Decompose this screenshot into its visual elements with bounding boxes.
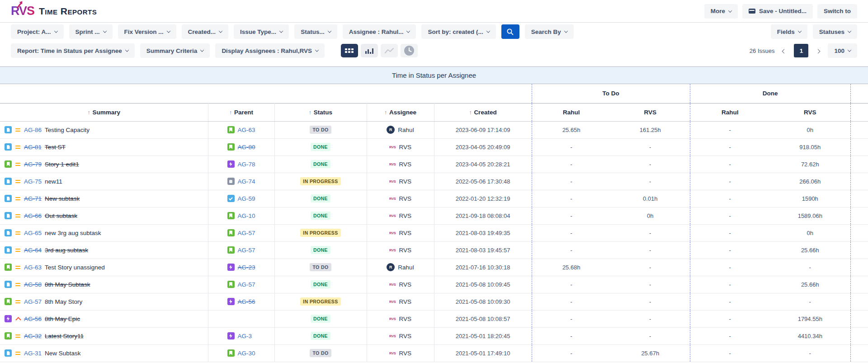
table-row[interactable]: AG-71 New subtask AG-59 DONE RVS RVS 202… [0,190,868,207]
filter-dropdown-5[interactable]: Status... [294,24,337,39]
summary-criteria-dropdown[interactable]: Summary Criteria [140,43,210,58]
table-row[interactable]: AG-58 8th May Subtask AG-57 DONE RVS RVS… [0,276,868,293]
parent-key-link[interactable]: AG-3 [238,333,252,339]
issue-key-link[interactable]: AG-79 [24,161,42,168]
fields-dropdown[interactable]: Fields [771,24,807,39]
parent-type-icon [227,246,235,254]
table-row[interactable]: AG-32 Latest Story11 AG-3 DONE RVS RVS 2… [0,327,868,344]
column-header-created[interactable]: ↑Created [434,103,532,121]
assignee-name: RVS [399,178,411,185]
table-row[interactable]: AG-66 Out subtask AG-10 DONE RVS RVS 202… [0,207,868,224]
table-row[interactable]: AG-65 new 3rg aug subtask AG-57 IN PROGR… [0,224,868,241]
table-row[interactable]: AG-86 Testing Capacity AG-63 TO DO R Rah… [0,121,868,138]
table-row[interactable]: AG-79 Story 1 edit1 AG-78 DONE RVS RVS 2… [0,156,868,173]
issue-key-link[interactable]: AG-65 [24,230,42,236]
parent-key-link[interactable]: AG-10 [238,212,255,219]
issue-summary: 8th May Story [45,298,82,305]
report-title: Time in Status per Assignee [0,66,868,84]
value-todo-rahul: - [532,207,611,224]
line-chart-view-button[interactable] [381,44,398,57]
current-page-button[interactable]: 1 [794,44,808,57]
issue-key-link[interactable]: AG-66 [24,212,42,219]
table-row[interactable]: AG-81 Test ST AG-80 DONE RVS RVS 2023-04… [0,138,868,156]
parent-key-link[interactable]: AG-57 [238,247,255,254]
chevron-down-icon [848,29,851,33]
table-row[interactable]: AG-63 Test Story unassigned AG-23 TO DO … [0,259,868,276]
statuses-dropdown[interactable]: Statuses [813,24,857,39]
filter-dropdown-2[interactable]: Fix Version ... [118,24,176,39]
prev-page-button[interactable] [781,46,788,56]
group-header-done: Done [690,84,850,103]
report-dropdown[interactable]: Report: Time in Status per Assignee [11,43,135,58]
chevron-down-icon [315,48,319,52]
issue-key-link[interactable]: AG-31 [24,350,42,357]
filter-dropdown-6[interactable]: Assignee : Rahul... [343,24,416,39]
parent-key-link[interactable]: AG-56 [238,298,255,305]
issue-key-link[interactable]: AG-56 [24,316,42,322]
issue-key-link[interactable]: AG-64 [24,247,42,254]
assignee-name: RVS [399,144,411,151]
time-view-button[interactable] [401,44,418,57]
parent-key-link[interactable]: AG-57 [238,281,255,288]
issue-key-link[interactable]: AG-81 [24,144,42,151]
parent-key-link[interactable]: AG-80 [238,144,255,151]
column-header-parent[interactable]: ↑Parent [208,103,274,121]
parent-key-link[interactable]: AG-30 [238,350,255,357]
value-todo-rahul: - [532,293,611,310]
group-header-cut [850,84,868,103]
priority-icon [15,299,21,304]
filter-dropdown-4[interactable]: Issue Type... [234,24,289,39]
issue-key-link[interactable]: AG-71 [24,195,42,202]
chevron-down-icon [486,29,490,33]
more-button[interactable]: More [704,4,738,19]
parent-key-link[interactable]: AG-74 [238,178,255,185]
column-header-status[interactable]: ↑Status [274,103,367,121]
rvs-avatar-icon: RVS [389,300,396,304]
save-button[interactable]: Save - Untitled... [742,4,813,19]
search-button[interactable] [501,24,519,39]
parent-key-link[interactable]: AG-59 [238,195,255,202]
created-cell: 2023-06-09 17:14:09 [434,121,532,138]
table-row[interactable]: AG-31 New Subtask AG-30 TO DO RVS RVS 20… [0,344,868,362]
column-header-assignee[interactable]: ↑Assignee [367,103,434,121]
assignee-avatar: R [387,126,395,134]
parent-type-icon [227,332,235,339]
value-done-rvs: 4410.34h [770,327,850,344]
parent-key-link[interactable]: AG-23 [238,264,255,271]
table-row[interactable]: AG-56 8th May Epic DONE RVS RVS 2021-05-… [0,310,868,327]
status-badge: TO DO [310,263,331,271]
table-view-button[interactable] [341,44,358,57]
display-assignees-dropdown[interactable]: Display Assignees : Rahul,RVS [215,43,325,58]
value-done-rahul: - [690,224,770,241]
filter-dropdown-7[interactable]: Sort by: created (... [421,24,495,39]
filter-dropdown-3[interactable]: Created... [182,24,229,39]
switch-to-label: Switch to [824,8,851,14]
table-row[interactable]: AG-75 new11 AG-74 IN PROGRESS RVS RVS 20… [0,173,868,190]
issue-summary: 8th May Epic [45,316,80,322]
app-title: Time Reports [39,6,97,17]
issue-key-link[interactable]: AG-57 [24,298,42,305]
table-row[interactable]: AG-57 8th May Story AG-56 IN PROGRESS RV… [0,293,868,310]
parent-key-link[interactable]: AG-63 [238,127,255,133]
parent-type-icon [227,281,235,288]
filter-dropdown-1[interactable]: Sprint ... [69,24,113,39]
table-row[interactable]: AG-64 3rd aug subtask AG-57 DONE RVS RVS… [0,241,868,259]
parent-key-link[interactable]: AG-57 [238,230,255,236]
column-header-summary[interactable]: ↑Summary [0,103,208,121]
switch-to-button[interactable]: Switch to [817,4,857,19]
chevron-down-icon [728,9,732,12]
parent-key-link[interactable]: AG-78 [238,161,255,168]
statuses-label: Statuses [819,28,844,35]
bar-chart-view-button[interactable] [361,44,378,57]
search-by-dropdown[interactable]: Search By [525,24,574,39]
issue-key-link[interactable]: AG-32 [24,333,42,339]
next-page-button[interactable] [815,46,821,56]
issue-type-icon [5,298,12,305]
issue-key-link[interactable]: AG-58 [24,281,42,288]
issue-key-link[interactable]: AG-63 [24,264,42,271]
issue-key-link[interactable]: AG-75 [24,178,42,185]
issue-key-link[interactable]: AG-86 [24,127,42,133]
chevron-down-icon [166,29,170,33]
filter-dropdown-0[interactable]: Project: A... [11,24,64,39]
page-size-dropdown[interactable]: 100 [828,43,857,58]
